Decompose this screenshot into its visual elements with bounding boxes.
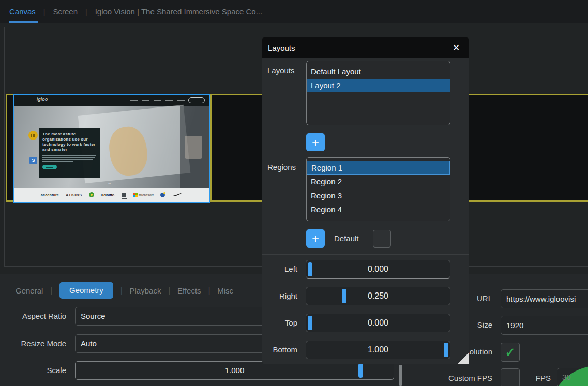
fps-label: FPS	[527, 374, 551, 382]
top-slider[interactable]: 0.000	[306, 314, 450, 332]
bottom-slider-handle[interactable]	[444, 343, 448, 357]
tab-screen[interactable]: Screen	[53, 7, 78, 16]
regions-section-label: Regions	[267, 163, 296, 172]
tab-separator: |	[168, 286, 170, 295]
tab-separator: |	[120, 286, 123, 295]
aspect-ratio-label: Aspect Ratio	[0, 312, 66, 320]
layouts-section-label: Layouts	[267, 66, 295, 75]
property-tabs: General | Geometry | Playback | Effects …	[16, 282, 233, 299]
top-tab-bar: Canvas | Screen | Igloo Vision | The Sha…	[0, 0, 588, 23]
list-item[interactable]: Default Layout	[307, 65, 450, 79]
section-divider	[262, 254, 469, 255]
scale-value: 1.000	[225, 366, 245, 375]
dialog-resize-grip[interactable]	[457, 353, 469, 364]
resize-mode-label: Resize Mode	[0, 339, 66, 348]
bottom-slider-value: 1.000	[368, 345, 388, 354]
panel-scrollbar-thumb[interactable]	[399, 365, 402, 386]
scale-slider-handle[interactable]	[358, 363, 363, 378]
top-slider-label: Top	[262, 318, 297, 327]
right-slider-handle[interactable]	[342, 289, 346, 303]
size-input[interactable]: 1920	[501, 316, 588, 335]
scale-label: Scale	[0, 366, 66, 375]
left-slider-handle[interactable]	[308, 262, 312, 276]
tab-separator: |	[85, 8, 87, 16]
tab-general[interactable]: General	[16, 286, 43, 295]
list-item[interactable]: Region 4	[307, 203, 450, 217]
list-item[interactable]: Region 1	[307, 161, 450, 175]
tab-separator: |	[208, 286, 210, 295]
custom-resolution-checkbox[interactable]: ✓	[501, 343, 520, 362]
default-label: Default	[334, 234, 359, 243]
list-item[interactable]: Layout 2	[307, 79, 450, 92]
tab-canvas[interactable]: Canvas	[9, 7, 36, 16]
right-slider-value: 0.250	[368, 291, 388, 300]
layouts-listbox[interactable]: Default Layout Layout 2	[306, 61, 450, 125]
tab-separator: |	[43, 8, 46, 16]
bottom-slider[interactable]: 1.000	[306, 341, 450, 359]
left-slider-value: 0.000	[368, 265, 388, 273]
right-slider[interactable]: 0.250	[306, 287, 450, 305]
tab-effects[interactable]: Effects	[177, 286, 201, 295]
check-icon: ✓	[505, 345, 515, 360]
dialog-title: Layouts	[268, 43, 295, 52]
tab-geometry[interactable]: Geometry	[59, 282, 113, 299]
add-region-button[interactable]: +	[306, 229, 325, 248]
url-input[interactable]: https://www.igloovisi	[501, 289, 588, 308]
close-icon[interactable]: ✕	[449, 37, 463, 58]
dialog-titlebar[interactable]: Layouts ✕	[262, 37, 469, 58]
top-slider-value: 0.000	[368, 318, 388, 327]
custom-fps-label: Custom FPS	[409, 374, 492, 382]
region-boundary-line	[210, 94, 212, 202]
list-item[interactable]: Region 2	[307, 175, 450, 189]
layouts-dialog: Layouts ✕ Layouts Default Layout Layout …	[262, 37, 469, 364]
left-slider-label: Left	[262, 265, 297, 273]
tab-igloo-vision-page[interactable]: Igloo Vision | The Shared Immersive Spac…	[95, 7, 263, 16]
tab-misc[interactable]: Misc	[217, 286, 233, 295]
right-slider-label: Right	[262, 291, 297, 300]
add-layout-button[interactable]: +	[306, 133, 325, 151]
list-item[interactable]: Region 3	[307, 189, 450, 203]
left-slider[interactable]: 0.000	[306, 260, 450, 279]
regions-listbox[interactable]: Region 1 Region 2 Region 3 Region 4	[306, 157, 450, 221]
custom-fps-checkbox[interactable]	[501, 368, 520, 386]
tab-playback[interactable]: Playback	[130, 286, 161, 295]
top-slider-handle[interactable]	[308, 316, 312, 330]
fps-value: 30	[562, 373, 571, 381]
selection-outline[interactable]	[13, 94, 210, 203]
tab-separator: |	[50, 286, 52, 295]
bottom-slider-label: Bottom	[262, 345, 297, 354]
default-checkbox[interactable]	[373, 230, 391, 248]
section-divider	[262, 153, 469, 153]
